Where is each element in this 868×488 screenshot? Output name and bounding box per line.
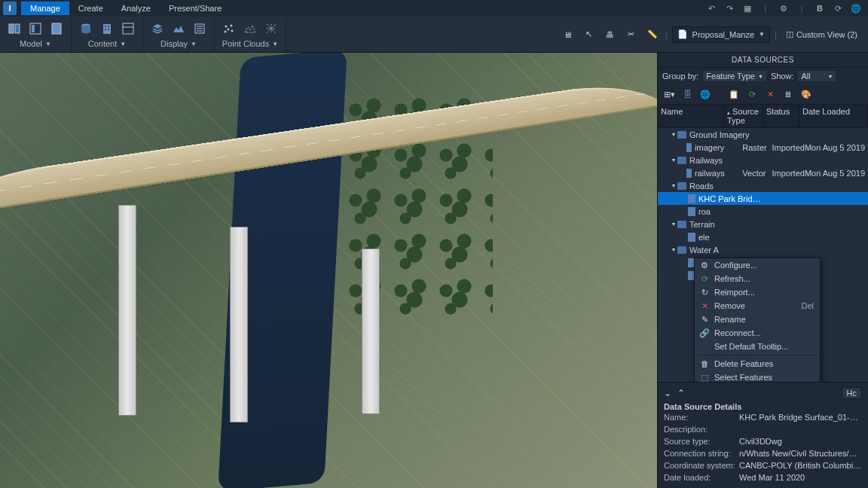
tree-folder[interactable]: ▾Ground Imagery — [658, 128, 868, 141]
refresh-icon[interactable]: ⟳ — [745, 87, 759, 101]
column-name[interactable]: Name — [658, 105, 724, 127]
tree-item[interactable]: railwaysVectorImportedMon Aug 5 2019 — [658, 166, 868, 179]
database-icon[interactable] — [78, 20, 94, 37]
ribbon-group-label[interactable]: Model▼ — [20, 39, 51, 48]
group-by-dropdown[interactable]: Feature Type▼ — [703, 71, 766, 81]
column-date[interactable]: Date Loaded — [799, 105, 868, 127]
column-status[interactable]: Status — [763, 105, 799, 127]
chevron-down-icon: ▼ — [759, 31, 765, 38]
ctx-reconnect[interactable]: 🔗Reconnect... — [695, 326, 820, 340]
building-icon[interactable] — [99, 20, 115, 37]
grid-icon[interactable]: ▦ — [741, 2, 753, 14]
chevron-down-icon: ▾ — [670, 221, 677, 227]
detail-label: Source type: — [664, 437, 739, 446]
print-icon[interactable]: 🖶 — [602, 26, 619, 43]
copy-icon[interactable]: 📋 — [727, 87, 741, 101]
pointcloud-icon[interactable] — [221, 20, 237, 37]
monitor-icon[interactable]: 🖥 — [560, 26, 576, 43]
model-layers-icon[interactable] — [6, 20, 23, 37]
tree-item[interactable]: KHC Park Bridge Surface_01 — [658, 192, 868, 205]
show-dropdown[interactable]: All▼ — [798, 71, 836, 81]
refresh-icon: ⟳ — [699, 273, 710, 284]
terrain-icon[interactable] — [170, 20, 187, 37]
svg-rect-0 — [9, 24, 14, 33]
detail-value: Civil3DDwg — [739, 437, 862, 446]
undo-icon[interactable]: ↶ — [705, 2, 717, 14]
bold-icon[interactable]: B — [814, 2, 826, 14]
tools-icon[interactable]: ✂ — [623, 26, 640, 43]
divider: | — [796, 2, 808, 14]
globe-icon[interactable]: 🌐 — [698, 87, 712, 101]
ribbon-group-label[interactable]: Display▼ — [160, 39, 197, 48]
model-panel-icon[interactable] — [27, 20, 44, 37]
custom-view-button[interactable]: ◫ Custom View (2) — [781, 28, 862, 41]
refresh-icon[interactable]: ⟳ — [832, 2, 844, 14]
data-source-details: ⌄ ⌃ Hc Data Source Details Name:KHC Park… — [658, 382, 868, 488]
detail-label: Date loaded: — [664, 473, 739, 482]
detail-row: Description: — [664, 423, 862, 435]
viewport-3d[interactable] — [0, 53, 657, 488]
filter-icon[interactable]: 🗏 — [781, 87, 795, 101]
tree-item[interactable]: ele — [658, 230, 868, 243]
ctx-deletefeatures[interactable]: 🗑Delete Features — [695, 357, 820, 371]
detail-label: Connection string: — [664, 449, 739, 458]
detail-value — [739, 425, 862, 434]
ribbon-group-label[interactable]: Content▼ — [88, 39, 126, 48]
document-icon: 📄 — [677, 29, 688, 39]
pointcloud-terrain-icon[interactable] — [242, 20, 258, 37]
gear-icon[interactable]: ⚙ — [778, 2, 790, 14]
layers-stack-icon[interactable] — [149, 20, 166, 37]
tree-item[interactable]: roa — [658, 205, 868, 218]
menu-analyze[interactable]: Analyze — [112, 2, 160, 15]
tree-folder[interactable]: ▾Railways — [658, 154, 868, 166]
tree-folder[interactable]: ▾Roads — [658, 179, 868, 192]
group-by-label: Group by: — [662, 72, 698, 81]
redo-icon[interactable]: ↷ — [723, 2, 735, 14]
chevron-down-icon: ▼ — [828, 74, 833, 79]
ctx-selectfeatures[interactable]: ⬚Select Features — [695, 371, 820, 382]
menu-presentshare[interactable]: Present/Share — [160, 2, 231, 15]
svg-rect-4 — [52, 23, 61, 34]
expand-details-icon[interactable]: ⌃ — [677, 388, 685, 398]
svg-point-19 — [228, 29, 230, 31]
detail-value: Wed Mar 11 2020 — [739, 473, 862, 482]
chevron-down-icon: ▼ — [120, 41, 126, 47]
style-icon[interactable]: 🎨 — [799, 87, 813, 101]
add-icon[interactable]: ⊞▾ — [662, 87, 676, 101]
tree-folder[interactable]: ▾Water A — [658, 243, 868, 256]
ctx-rename[interactable]: ✎Rename — [695, 313, 820, 326]
menubar: I ManageCreateAnalyzePresent/Share ↶ ↷ ▦… — [0, 0, 868, 17]
detail-label: Name: — [664, 413, 739, 422]
proposal-dropdown[interactable]: 📄 Proposal_Manze ▼ — [672, 26, 770, 43]
svg-rect-9 — [105, 29, 106, 30]
ribbon-group-content: Content▼ — [72, 17, 143, 52]
ctx-configure[interactable]: ⚙Configure... — [695, 258, 820, 272]
cursor-icon[interactable]: ↖ — [581, 26, 598, 43]
tree-folder[interactable]: ▾Terrain — [658, 218, 868, 230]
ribbon-group-model: Model▼ — [0, 17, 72, 52]
remove-icon[interactable]: ✕ — [763, 87, 777, 101]
ribbon-group-label[interactable]: Point Clouds▼ — [222, 39, 278, 48]
menu-manage[interactable]: Manage — [21, 2, 69, 15]
collapse-details-icon[interactable]: ⌄ — [664, 388, 671, 398]
menu-create[interactable]: Create — [69, 2, 112, 15]
globe-icon[interactable]: 🌐 — [850, 2, 862, 14]
database-icon[interactable]: 🗄 — [680, 87, 694, 101]
folder-icon — [677, 246, 686, 254]
app-icon: I — [3, 2, 17, 15]
ctx-refresh[interactable]: ⟳Refresh... — [695, 272, 820, 285]
file-icon — [688, 233, 695, 242]
ctx-setdefaulttooltip[interactable]: Set Default Tooltip... — [695, 340, 820, 353]
list-icon[interactable] — [191, 20, 208, 37]
ruler-icon[interactable]: 📏 — [644, 26, 661, 43]
hc-button[interactable]: Hc — [842, 387, 862, 399]
remove-icon: ✕ — [699, 300, 710, 311]
pointcloud-grid-icon[interactable] — [263, 20, 280, 37]
svg-rect-6 — [103, 24, 111, 34]
content-panel-icon[interactable] — [120, 20, 136, 37]
tree-item[interactable]: imageryRasterImportedMon Aug 5 2019 — [658, 141, 868, 154]
column-type[interactable]: ▴ Source Type — [724, 105, 763, 127]
ctx-reimport[interactable]: ↻Reimport... — [695, 285, 820, 299]
ctx-remove[interactable]: ✕RemoveDel — [695, 299, 820, 313]
model-sheet-icon[interactable] — [48, 20, 65, 37]
